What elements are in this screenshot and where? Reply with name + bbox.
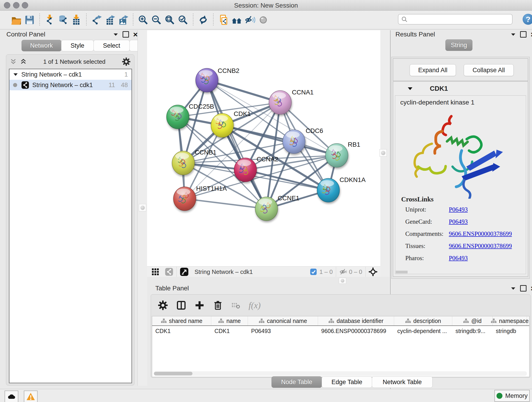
network-overview-icon[interactable]: [165, 268, 173, 276]
network-node-cdk1[interactable]: [211, 114, 234, 137]
crosslink-value-link[interactable]: 9606.ENSP00000378699: [449, 242, 512, 249]
close-panel-icon[interactable]: ×: [133, 32, 138, 37]
export-image-button[interactable]: [116, 13, 130, 27]
table-cell[interactable]: CDK1: [211, 328, 248, 334]
network-graph[interactable]: CCNB2CCNA1CDC25BCDK1CDC6RB1CCNB1CCNA2CDK…: [147, 30, 380, 266]
collapse-all-icon[interactable]: [10, 59, 17, 65]
zoom-out-button[interactable]: [150, 13, 163, 27]
crosslink-value-link[interactable]: 9606.ENSP00000378699: [449, 230, 512, 237]
import-network-icon: [44, 15, 55, 25]
cloud-status-button[interactable]: [5, 390, 18, 402]
node-label-ccna2: CCNA2: [257, 156, 278, 163]
column-header-canonical-name[interactable]: canonical name: [248, 316, 318, 325]
float-panel-icon[interactable]: [520, 31, 526, 38]
table-hscroll-thumb[interactable]: [154, 372, 192, 375]
panel-menu-icon[interactable]: [510, 287, 516, 290]
table-cell[interactable]: 9606.ENSP00000378699: [318, 328, 394, 334]
network-collection-row[interactable]: String Network – cdk1 1: [9, 69, 132, 80]
table-row[interactable]: CDK1CDK1P064939606.ENSP00000378699cyclin…: [152, 326, 529, 336]
table-panel-window-controls: ×: [510, 284, 532, 293]
column-header--id[interactable]: @id: [452, 316, 493, 325]
save-button[interactable]: [23, 13, 36, 27]
network-node-cdc6[interactable]: [283, 130, 305, 153]
network-node-ccna2[interactable]: [234, 158, 257, 182]
table-cell[interactable]: cyclin-dependent ...: [394, 328, 452, 334]
export-network-button[interactable]: [90, 13, 103, 27]
network-options-gear-icon[interactable]: [122, 57, 131, 66]
network-node-hist1h1a[interactable]: [173, 187, 196, 211]
show-columns-icon[interactable]: [176, 300, 186, 310]
network-node-ccnb2[interactable]: [196, 68, 218, 92]
close-panel-icon[interactable]: ×: [531, 286, 532, 291]
left-splitter-handle[interactable]: [139, 204, 146, 211]
zoom-in-button[interactable]: [137, 13, 150, 27]
import-database-button[interactable]: [56, 13, 70, 27]
panel-menu-icon[interactable]: [510, 32, 516, 36]
network-node-rb1[interactable]: [326, 143, 348, 167]
float-panel-icon[interactable]: [520, 285, 526, 292]
memory-button[interactable]: Memory: [494, 390, 530, 402]
crosslink-value-link[interactable]: P06493: [449, 255, 468, 262]
network-node-ccne1[interactable]: [255, 197, 278, 221]
expand-all-button[interactable]: Expand All: [410, 64, 456, 76]
table-cell[interactable]: stringdb: [493, 328, 527, 334]
delete-column-icon[interactable]: [213, 300, 223, 310]
table-cell[interactable]: stringdb:9...: [452, 328, 493, 334]
collapse-gene-icon[interactable]: [407, 86, 413, 90]
open-folder-button[interactable]: [10, 13, 23, 27]
create-column-icon[interactable]: [195, 300, 205, 310]
column-header-namespace[interactable]: namespace: [493, 316, 527, 325]
show-visibility-button[interactable]: [257, 13, 270, 27]
table-hscrollbar[interactable]: [153, 371, 527, 376]
network-node-ccna1[interactable]: [269, 90, 291, 114]
tree-expand-icon[interactable]: [13, 73, 18, 76]
panel-menu-icon[interactable]: [113, 32, 119, 36]
tab-select[interactable]: Select: [94, 40, 130, 51]
table-cell[interactable]: CDK1: [152, 328, 211, 334]
home-button[interactable]: [230, 13, 243, 27]
expand-all-icon[interactable]: [20, 59, 27, 65]
network-canvas[interactable]: CCNB2CCNA1CDC25BCDK1CDC6RB1CCNB1CCNA2CDK…: [147, 30, 380, 266]
search-box[interactable]: [398, 14, 513, 25]
close-panel-icon[interactable]: ×: [531, 32, 532, 37]
tab-string[interactable]: String: [445, 39, 472, 51]
column-header-shared-name[interactable]: shared name: [152, 316, 211, 325]
collapse-all-button[interactable]: Collapse All: [464, 64, 514, 76]
clone-document-button[interactable]: [217, 13, 230, 27]
table-cell[interactable]: P06493: [248, 328, 318, 334]
help-button[interactable]: ?: [523, 14, 532, 25]
open-in-browser-icon[interactable]: [180, 268, 189, 276]
birds-eye-view-icon[interactable]: [151, 268, 159, 276]
column-header-description[interactable]: description: [394, 316, 452, 325]
export-table-button[interactable]: [103, 13, 116, 27]
hide-visibility-button[interactable]: [243, 13, 257, 27]
crosslink-value-link[interactable]: P06493: [449, 206, 468, 213]
selected-checkbox-icon[interactable]: [310, 268, 317, 275]
network-node-cdc25b[interactable]: [167, 105, 189, 129]
zoom-fit-button[interactable]: [163, 13, 177, 27]
crosslink-value-link[interactable]: P06493: [449, 218, 468, 225]
import-network-button[interactable]: [43, 13, 56, 27]
tab-network[interactable]: Network: [22, 40, 61, 51]
tab-node-table[interactable]: Node Table: [272, 376, 322, 388]
tab-network-table[interactable]: Network Table: [372, 376, 433, 388]
right-splitter-handle[interactable]: [380, 149, 387, 157]
refresh-button[interactable]: [196, 13, 210, 27]
results-hscroll-thumb[interactable]: [396, 271, 408, 274]
table-options-gear-icon[interactable]: [158, 300, 168, 310]
network-row-selected[interactable]: String Network – cdk1 11 48: [9, 80, 132, 90]
fit-selected-crosshair-icon[interactable]: [368, 267, 378, 276]
network-node-cdkn1a[interactable]: [317, 178, 340, 202]
warnings-button[interactable]: [24, 390, 38, 402]
network-node-ccnb1[interactable]: [172, 151, 195, 175]
float-panel-icon[interactable]: [123, 31, 129, 38]
zoom-selected-button[interactable]: [177, 13, 190, 27]
import-table-button[interactable]: [70, 13, 83, 27]
column-header-name[interactable]: name: [211, 316, 248, 325]
search-input[interactable]: [408, 16, 505, 23]
horizontal-splitter-handle[interactable]: [339, 278, 346, 284]
tab-edge-table[interactable]: Edge Table: [322, 376, 372, 388]
column-header-database-identifier[interactable]: database identifier: [318, 316, 394, 325]
tab-style[interactable]: Style: [61, 40, 94, 51]
column-tree-icon: [161, 318, 167, 323]
